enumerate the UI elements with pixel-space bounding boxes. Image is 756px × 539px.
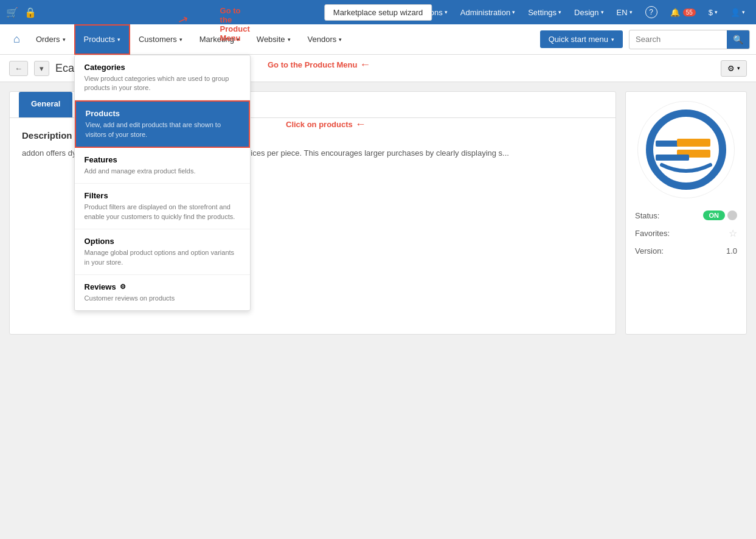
help-button[interactable]: ? [640, 0, 662, 24]
version-value: 1.0 [726, 246, 737, 256]
settings-gear-button[interactable]: ⚙ ▾ [721, 60, 747, 77]
dropdown-item-categories[interactable]: Categories View product categories which… [75, 55, 250, 101]
sidebar-panel: Status: ON Favorites: ☆ Version: 1.0 [625, 91, 747, 335]
search-button[interactable]: 🔍 [727, 30, 749, 49]
nav-right-section: Quick start menu ▾ 🔍 [540, 30, 750, 49]
orders-caret: ▾ [63, 37, 66, 43]
addons-caret: ▾ [445, 9, 448, 15]
svg-rect-2 [677, 139, 710, 147]
dropdown-item-features[interactable]: Features Add and manage extra product fi… [75, 148, 250, 184]
products-nav-wrapper: Products ▾ Categories View product categ… [74, 24, 130, 55]
gear-caret: ▾ [737, 65, 740, 71]
tab-general[interactable]: General [19, 92, 72, 117]
design-menu[interactable]: Design ▾ [569, 0, 608, 24]
favorites-label: Favorites: [635, 229, 670, 238]
status-toggle[interactable]: ON [703, 210, 738, 220]
home-nav-button[interactable]: ⌂ [6, 24, 27, 55]
cart-icon[interactable]: 🛒 [6, 7, 18, 18]
quick-start-button[interactable]: Quick start menu ▾ [540, 30, 623, 48]
addon-logo-svg [643, 107, 729, 192]
addon-logo [637, 101, 735, 198]
customers-nav-item[interactable]: Customers ▾ [130, 24, 191, 55]
lock-icon[interactable]: 🔒 [24, 7, 36, 18]
marketing-nav-item[interactable]: Marketing ▾ [191, 24, 248, 55]
admin-caret: ▾ [512, 9, 515, 15]
bell-icon: 🔔 [670, 8, 680, 17]
svg-rect-4 [656, 155, 689, 161]
forward-dropdown-button[interactable]: ▾ [34, 61, 49, 76]
customers-caret: ▾ [179, 37, 182, 43]
currency-menu[interactable]: $ ▾ [704, 0, 723, 24]
search-input[interactable] [629, 35, 727, 44]
top-bar-right: Add-ons ▾ Administration ▾ Settings ▾ De… [408, 0, 750, 24]
favorites-row: Favorites: ☆ [635, 228, 737, 239]
products-dropdown-menu: Categories View product categories which… [74, 55, 251, 311]
back-button[interactable]: ← [9, 61, 28, 76]
top-bar: 🛒 🔒 Marketplace setup wizard Add-ons ▾ A… [0, 0, 756, 24]
notifications-button[interactable]: 🔔 55 [665, 0, 701, 24]
favorites-star-icon[interactable]: ☆ [729, 228, 737, 239]
search-box: 🔍 [629, 30, 750, 49]
top-bar-center: Marketplace setup wizard [324, 4, 432, 21]
version-row: Version: 1.0 [635, 246, 737, 256]
orders-nav-item[interactable]: Orders ▾ [27, 24, 74, 55]
settings-menu[interactable]: Settings ▾ [523, 0, 566, 24]
status-row: Status: ON [635, 210, 737, 220]
top-bar-left-icons: 🛒 🔒 [6, 7, 36, 18]
quick-start-caret: ▾ [611, 37, 614, 43]
marketing-caret: ▾ [237, 37, 240, 43]
reviews-addon-icon: ⚙ [120, 283, 126, 291]
toggle-track[interactable] [727, 210, 737, 220]
vendors-caret: ▾ [339, 37, 342, 43]
website-caret: ▾ [288, 37, 291, 43]
status-label: Status: [635, 211, 659, 220]
currency-caret: ▾ [715, 9, 718, 15]
wizard-button[interactable]: Marketplace setup wizard [324, 4, 432, 21]
administration-menu[interactable]: Administration ▾ [456, 0, 520, 24]
products-nav-item[interactable]: Products ▾ [74, 24, 130, 55]
vendors-nav-item[interactable]: Vendors ▾ [299, 24, 351, 55]
design-caret: ▾ [601, 9, 604, 15]
gear-icon: ⚙ [727, 64, 735, 73]
version-label: Version: [635, 246, 664, 256]
settings-caret: ▾ [558, 9, 561, 15]
dropdown-item-filters[interactable]: Filters Product filters are displayed on… [75, 184, 250, 229]
user-menu[interactable]: 👤 ▾ [726, 0, 750, 24]
user-icon: 👤 [730, 8, 740, 17]
toggle-on-label: ON [703, 210, 726, 220]
products-caret: ▾ [117, 37, 120, 43]
home-icon: ⌂ [13, 33, 20, 46]
lang-caret: ▾ [629, 9, 633, 15]
nav-bar: ⌂ Orders ▾ Products ▾ Categories View pr… [0, 24, 756, 55]
dropdown-item-products[interactable]: Products View, add and edit products tha… [75, 100, 250, 148]
language-menu[interactable]: EN ▾ [612, 0, 637, 24]
website-nav-item[interactable]: Website ▾ [248, 24, 299, 55]
dropdown-item-reviews[interactable]: Reviews ⚙ Customer reviews on products [75, 275, 250, 310]
dropdown-item-options[interactable]: Options Manage global product options an… [75, 229, 250, 275]
user-caret: ▾ [742, 9, 745, 15]
